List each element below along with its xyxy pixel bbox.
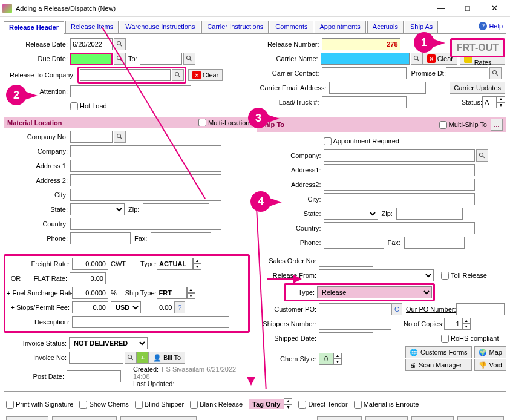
tag-only-up-button[interactable]: ▲: [284, 398, 292, 404]
customs-forms-button[interactable]: 🌐Customs Forms: [405, 346, 472, 358]
due-date-to-input[interactable]: [140, 53, 182, 65]
stops-fee-input[interactable]: [72, 301, 108, 313]
shipto-state-select[interactable]: [324, 208, 378, 220]
tab-warehouse-instructions[interactable]: Warehouse Instructions: [120, 21, 200, 33]
tab-release-header[interactable]: Release Header: [4, 21, 64, 34]
chem-style-input[interactable]: [319, 353, 333, 365]
ship-to-more-button[interactable]: ...: [491, 119, 503, 131]
tab-carrier-instructions[interactable]: Carrier Instructions: [201, 21, 269, 33]
release-to-company-input[interactable]: [80, 69, 171, 81]
flat-rate-input[interactable]: [70, 272, 106, 284]
print-shipper-button[interactable]: 🖨Print Shipper: [52, 416, 117, 420]
matloc-country-input[interactable]: [70, 218, 221, 230]
shippers-number-input[interactable]: [319, 318, 391, 330]
release-to-clear-button[interactable]: ✕ Clear: [188, 69, 223, 81]
matloc-company-no-search-button[interactable]: [114, 131, 126, 143]
status-down-button[interactable]: ▼: [497, 102, 505, 108]
copies-up-button[interactable]: ▲: [462, 318, 471, 324]
matloc-fax-input[interactable]: [151, 232, 211, 244]
shipto-phone-input[interactable]: [324, 237, 384, 249]
scan-manager-button[interactable]: 🖨Scan Manager: [405, 359, 472, 371]
print-signature-checkbox[interactable]: Print with Signature: [6, 401, 73, 409]
freight-help-button[interactable]: ?: [174, 301, 185, 313]
status-input[interactable]: [482, 96, 497, 108]
tab-comments[interactable]: Comments: [270, 21, 313, 33]
sales-order-input[interactable]: [319, 255, 373, 267]
release-to-company-search-button[interactable]: [172, 69, 184, 81]
tab-appointments[interactable]: Appointments: [315, 21, 366, 33]
load-truck-input[interactable]: [322, 96, 407, 108]
currency-select[interactable]: USD: [111, 301, 141, 313]
close-window-button[interactable]: ✕: [481, 1, 508, 16]
shipto-city-input[interactable]: [324, 193, 475, 205]
freight-type-input[interactable]: [157, 258, 193, 270]
freight-rate-input[interactable]: [72, 258, 108, 270]
tag-only-down-button[interactable]: ▼: [284, 404, 292, 410]
promise-dt-picker-button[interactable]: [489, 67, 502, 79]
bill-to-button[interactable]: 👤Bill To: [149, 352, 185, 364]
carrier-updates-button[interactable]: Carrier Updates: [450, 82, 505, 94]
shipped-date-input[interactable]: [319, 332, 373, 344]
post-date-input[interactable]: [67, 370, 121, 382]
blank-release-checkbox[interactable]: Blank Release: [190, 401, 243, 409]
customer-po-c-button[interactable]: C: [391, 303, 402, 315]
toll-release-checkbox[interactable]: Toll Release: [441, 272, 506, 280]
memo-button[interactable]: 📗Memo: [317, 416, 362, 420]
chem-style-down-button[interactable]: ▼: [333, 359, 342, 365]
freight-type-down-button[interactable]: ▼: [193, 264, 201, 270]
carrier-name-search-button[interactable]: [411, 53, 423, 65]
matloc-address1-input[interactable]: [70, 160, 221, 172]
rohs-checkbox[interactable]: RoHS compliant: [441, 335, 506, 343]
hot-load-checkbox[interactable]: Hot Load: [70, 102, 136, 110]
audit-button[interactable]: 🕵️Audit: [365, 416, 408, 420]
due-date-input[interactable]: [70, 53, 113, 65]
ship-type-down-button[interactable]: ▼: [187, 293, 195, 299]
shipto-address1-input[interactable]: [324, 164, 475, 176]
release-from-select[interactable]: [319, 269, 434, 281]
ship-type-input[interactable]: [157, 287, 187, 299]
map-button[interactable]: 🌍Map: [474, 346, 506, 358]
carrier-email-input[interactable]: [329, 82, 426, 94]
type-select[interactable]: Release: [317, 286, 432, 298]
help-link[interactable]: ? Help: [479, 22, 503, 30]
shipto-company-input[interactable]: [324, 149, 475, 162]
matloc-company-input[interactable]: [70, 145, 221, 157]
status-up-button[interactable]: ▲: [497, 96, 505, 102]
direct-tendor-checkbox[interactable]: Direct Tendor: [298, 401, 347, 409]
invoice-no-search-button[interactable]: [125, 352, 137, 364]
fuel-surcharge-input[interactable]: [72, 287, 108, 299]
invoice-status-select[interactable]: NOT DELIVERED: [69, 337, 148, 349]
shipto-address2-input[interactable]: [324, 179, 475, 191]
show-chems-checkbox[interactable]: Show Chems: [79, 401, 128, 409]
shipto-company-search-button[interactable]: [476, 149, 488, 162]
chem-style-up-button[interactable]: ▲: [333, 353, 342, 359]
print-chemistries-button[interactable]: 🖨Print Chemistries: [120, 416, 197, 420]
invoice-add-button[interactable]: +: [137, 352, 149, 364]
appointment-required-checkbox[interactable]: Appointment Required: [324, 137, 389, 145]
attention-input[interactable]: [70, 85, 191, 97]
matloc-city-input[interactable]: [70, 189, 221, 201]
shipto-fax-input[interactable]: [404, 237, 465, 249]
multi-location-checkbox[interactable]: Multi-Location: [198, 119, 249, 126]
shipto-country-input[interactable]: [324, 222, 475, 234]
matloc-phone-input[interactable]: [70, 232, 131, 244]
tab-accruals[interactable]: Accruals: [367, 21, 404, 33]
copies-down-button[interactable]: ▼: [462, 324, 471, 330]
matloc-company-no-input[interactable]: [70, 131, 113, 143]
multi-ship-to-checkbox[interactable]: Multi-Ship To: [439, 121, 487, 129]
no-copies-input[interactable]: [444, 318, 462, 330]
maximize-button[interactable]: □: [454, 1, 481, 16]
tab-release-items[interactable]: Release Items: [65, 21, 119, 33]
customer-po-input[interactable]: [319, 303, 391, 315]
our-po-input[interactable]: [456, 303, 505, 315]
freight-type-up-button[interactable]: ▲: [193, 258, 201, 264]
print-button[interactable]: 🖨Print: [6, 416, 48, 420]
matloc-state-select[interactable]: [70, 203, 125, 215]
minimize-button[interactable]: —: [428, 1, 454, 16]
release-date-input[interactable]: [70, 38, 113, 50]
release-number-input[interactable]: [322, 38, 400, 50]
due-date-to-picker-button[interactable]: [183, 53, 195, 65]
carrier-contact-input[interactable]: [322, 67, 407, 79]
void-button[interactable]: 👎Void: [474, 359, 506, 371]
save-button[interactable]: 💾Save: [411, 416, 454, 420]
